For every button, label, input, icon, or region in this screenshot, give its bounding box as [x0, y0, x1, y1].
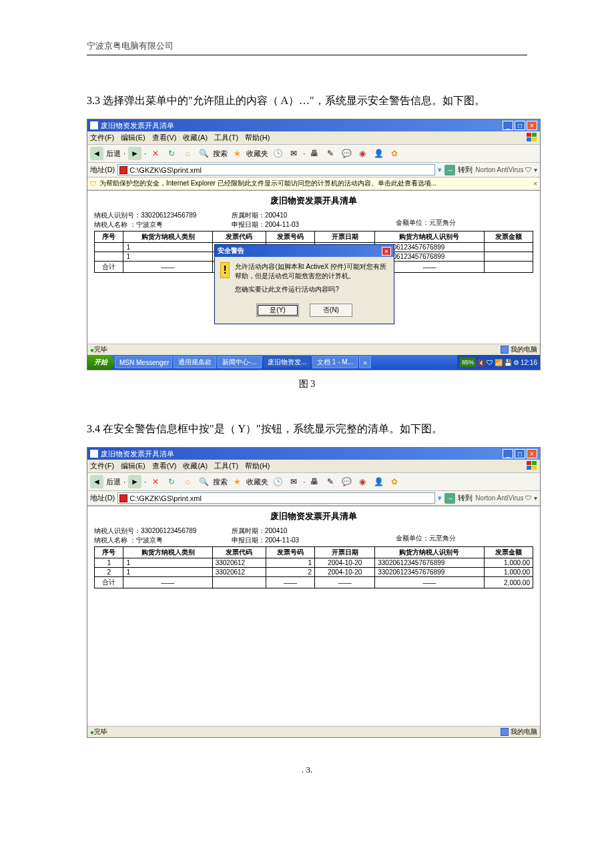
back-label: 后退	[106, 149, 121, 159]
search-icon[interactable]: 🔍	[197, 147, 210, 160]
maximize-button[interactable]: □	[515, 449, 525, 458]
favorites-icon[interactable]: ★	[230, 475, 244, 488]
print-icon[interactable]: 🖶	[308, 147, 321, 160]
table-sum-row: 合计————————2,000.00	[95, 577, 533, 588]
toolbar: ◄ 后退 · ► · ✕ ↻ ⌂ 🔍 搜索 ★ 收藏夹 🕒 ✉· 🖶 ✎ 💬 ◉…	[87, 473, 540, 491]
address-input[interactable]: C:\GKZK\GS\print.xml	[117, 164, 435, 175]
research-icon[interactable]: ◉	[356, 147, 369, 160]
svg-rect-3	[532, 137, 537, 141]
close-button[interactable]: ×	[527, 121, 537, 130]
favorites-icon[interactable]: ★	[230, 147, 244, 160]
page-number: . 3.	[87, 765, 527, 775]
table-header: 序号购货方纳税人类别发票代码发票号码开票日期购货方纳税人识别号发票金额	[95, 547, 533, 558]
taskbar-overflow[interactable]: »	[359, 356, 371, 368]
refresh-button[interactable]: ↻	[165, 147, 178, 160]
tray-icon[interactable]: 🔇	[477, 359, 485, 366]
refresh-button[interactable]: ↻	[165, 475, 178, 488]
window-titlebar: 废旧物资发票开具清单 _ □ ×	[87, 448, 540, 460]
menu-fav[interactable]: 收藏(A)	[183, 461, 208, 471]
menu-fav[interactable]: 收藏(A)	[183, 133, 208, 143]
go-label: 转到	[458, 165, 473, 175]
go-button[interactable]: →	[444, 493, 455, 504]
edit-icon[interactable]: ✎	[324, 475, 337, 488]
stop-button[interactable]: ✕	[149, 475, 162, 488]
doc-title: 废旧物资发票开具清单	[87, 191, 540, 211]
meta-right: 金额单位：元至角分	[369, 211, 533, 230]
search-icon[interactable]: 🔍	[197, 475, 210, 488]
back-button[interactable]: ◄	[90, 147, 103, 160]
history-icon[interactable]: 🕒	[271, 475, 284, 488]
history-icon[interactable]: 🕒	[271, 147, 284, 160]
minimize-button[interactable]: _	[503, 121, 513, 130]
stop-button[interactable]: ✕	[149, 147, 162, 160]
address-bar: 地址(D) C:\GKZK\GS\print.xml ▾ → 转到 Norton…	[87, 163, 540, 177]
menu-help[interactable]: 帮助(H)	[245, 133, 270, 143]
back-button[interactable]: ◄	[90, 475, 103, 488]
menu-bar: 文件(F) 编辑(E) 查看(V) 收藏(A) 工具(T) 帮助(H)	[87, 131, 540, 145]
taskbar-item[interactable]: 新闻中心-...	[218, 356, 262, 368]
taskbar-item[interactable]: 废旧物资发...	[263, 356, 311, 368]
taskbar-item[interactable]: 文档 1 - M...	[312, 356, 358, 368]
go-button[interactable]: →	[444, 165, 455, 175]
battery-indicator: 85%	[460, 358, 476, 367]
home-button[interactable]: ⌂	[181, 475, 194, 488]
home-button[interactable]: ⌂	[181, 147, 194, 160]
menu-view[interactable]: 查看(V)	[152, 461, 177, 471]
menu-view[interactable]: 查看(V)	[152, 133, 177, 143]
information-bar[interactable]: 🛡 为帮助保护您的安全，Internet Explorer 已经限制此文件显示可…	[87, 177, 540, 190]
extra-icon[interactable]: ✿	[388, 147, 401, 160]
screenshot-figure-3: 废旧物资发票开具清单 _ □ × 文件(F) 编辑(E) 查看(V) 收藏(A)…	[87, 119, 541, 370]
tray-icon[interactable]: ⚙	[513, 359, 519, 366]
maximize-button[interactable]: □	[515, 121, 525, 130]
minimize-button[interactable]: _	[503, 449, 513, 458]
yes-button[interactable]: 是(Y)	[256, 304, 299, 317]
company-header: 宁波京粤电脑有限公司	[87, 40, 527, 52]
no-button[interactable]: 否(N)	[310, 304, 352, 317]
tray-icon[interactable]: 💾	[504, 359, 512, 366]
svg-rect-2	[527, 137, 531, 141]
edit-icon[interactable]: ✎	[324, 147, 337, 160]
table-row: 113302061212004-10-203302061234576768991…	[95, 558, 533, 568]
figure-3-caption: 图 3	[87, 378, 527, 390]
forward-button[interactable]: ►	[128, 475, 141, 488]
meta-right: 金额单位：元至角分	[369, 526, 533, 545]
svg-rect-4	[527, 461, 531, 465]
close-button[interactable]: ×	[527, 449, 537, 458]
shield-icon: 🛡	[90, 180, 97, 187]
favorites-label: 收藏夹	[246, 477, 268, 487]
infobar-close-icon[interactable]: ×	[533, 180, 537, 187]
address-input[interactable]: C:\GKZK\GS\print.xml	[117, 492, 435, 504]
print-icon[interactable]: 🖶	[308, 475, 321, 488]
taskbar-item[interactable]: 通用规条款	[174, 356, 216, 368]
tray-icon[interactable]: 🛡	[487, 359, 493, 366]
forward-button[interactable]: ►	[128, 147, 141, 160]
menu-file[interactable]: 文件(F)	[90, 133, 114, 143]
research-icon[interactable]: ◉	[356, 475, 369, 488]
extra-icon[interactable]: ✿	[388, 475, 401, 488]
menu-help[interactable]: 帮助(H)	[245, 461, 270, 471]
menu-edit[interactable]: 编辑(E)	[121, 461, 145, 471]
status-bar: ● 完毕 我的电脑	[87, 344, 540, 355]
tray-icon[interactable]: 📶	[495, 359, 503, 366]
mail-icon[interactable]: ✉	[287, 147, 300, 160]
menu-tools[interactable]: 工具(T)	[214, 461, 238, 471]
menu-edit[interactable]: 编辑(E)	[121, 133, 145, 143]
address-label: 地址(D)	[90, 493, 115, 503]
taskbar-item[interactable]: MSN Messenger	[115, 356, 172, 368]
start-button[interactable]: 开始	[87, 355, 114, 370]
messenger-icon[interactable]: 👤	[372, 475, 385, 488]
my-computer-icon	[501, 728, 509, 736]
security-warning-dialog: 安全警告 × ! 允许活动内容(如脚本和 ActiveX 控件)可能对您有所帮助…	[214, 244, 394, 324]
dropdown-icon[interactable]: ▾	[438, 165, 442, 174]
menu-file[interactable]: 文件(F)	[90, 461, 114, 471]
menu-tools[interactable]: 工具(T)	[214, 133, 238, 143]
messenger-icon[interactable]: 👤	[372, 147, 385, 160]
dialog-close-button[interactable]: ×	[382, 247, 391, 256]
svg-rect-1	[532, 133, 537, 137]
mail-icon[interactable]: ✉	[287, 475, 300, 488]
discuss-icon[interactable]: 💬	[340, 475, 353, 488]
paragraph-3-4: 3.4 在安全警告信息框中按"是（ Y）"按钮，系统显示完整的清单。如下图。	[87, 417, 527, 440]
toolbar: ◄ 后退 · ► · ✕ ↻ ⌂ 🔍 搜索 ★ 收藏夹 🕒 ✉· 🖶 ✎ 💬 ◉…	[87, 145, 540, 163]
discuss-icon[interactable]: 💬	[340, 147, 353, 160]
dropdown-icon[interactable]: ▾	[438, 494, 442, 502]
